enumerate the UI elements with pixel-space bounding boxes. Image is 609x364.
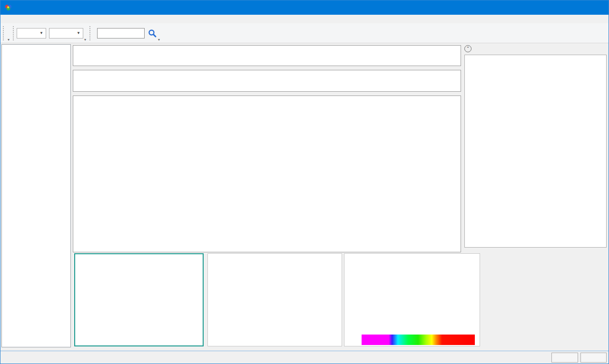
collapse-panel-icon[interactable]: ⌃: [464, 45, 471, 52]
sample-tree: [1, 44, 71, 347]
reflectance-chart[interactable]: [344, 253, 480, 346]
diff-panel-body: [464, 55, 607, 248]
close-button[interactable]: [587, 0, 609, 15]
auto-button[interactable]: [551, 353, 578, 363]
toolbar: ▾ ▼ ▼ ▾ ▾: [0, 23, 609, 43]
title-bar: [0, 0, 609, 15]
maximize-button[interactable]: [565, 0, 587, 15]
app-window: ▾ ▼ ▼ ▾ ▾ ⌃: [0, 0, 609, 364]
status-bar: [0, 351, 609, 364]
toolbar-overflow-icon[interactable]: ▾: [84, 38, 86, 42]
toolbar-overflow-icon[interactable]: ▾: [158, 38, 160, 42]
toolbar-grip[interactable]: [13, 26, 15, 40]
delta-ab-scatter-chart[interactable]: [74, 253, 204, 346]
minimize-button[interactable]: [543, 0, 565, 15]
toolbar-grip[interactable]: [3, 26, 5, 40]
sample-table: [73, 96, 461, 252]
toolbar-overflow-icon[interactable]: ▾: [8, 38, 10, 42]
color-difference-panel: ⌃: [463, 43, 608, 249]
chevron-down-icon: ▼: [39, 31, 43, 35]
search-input[interactable]: [97, 28, 145, 38]
status-grip-cell: [580, 353, 607, 363]
chevron-down-icon: ▼: [77, 31, 80, 35]
standard-table: [73, 70, 461, 92]
spectrum-color-bar: [362, 335, 475, 345]
sci-sce-select[interactable]: ▼: [17, 28, 46, 38]
lab-colorspace-chart[interactable]: [482, 253, 609, 346]
illuminant-observer-select[interactable]: ▼: [49, 28, 83, 38]
app-logo-icon: [4, 4, 12, 11]
delta-e-trend-chart[interactable]: [207, 253, 342, 346]
toolbar-grip[interactable]: [89, 26, 92, 40]
menu-bar: [0, 15, 609, 23]
tolerance-table: [73, 45, 461, 66]
search-icon[interactable]: [147, 29, 157, 38]
